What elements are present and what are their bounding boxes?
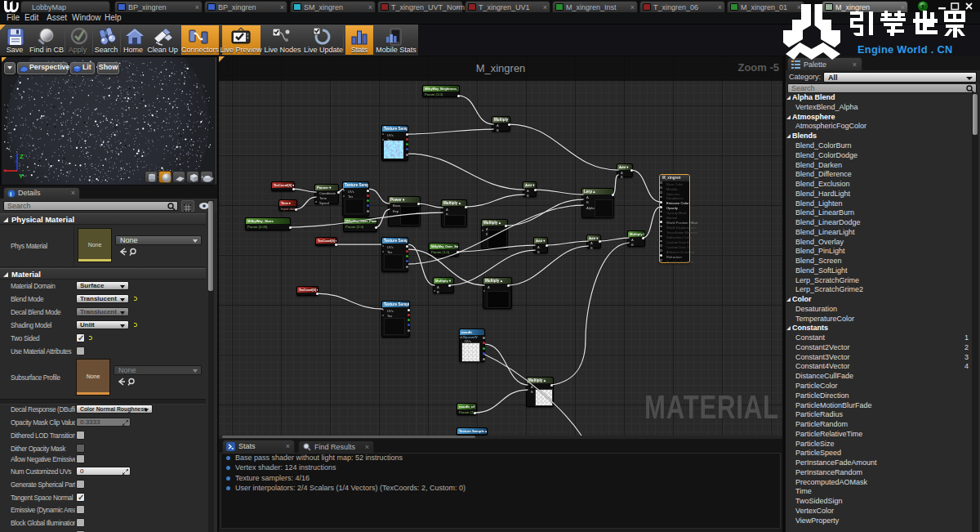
svg-text:Y: Y xyxy=(19,172,24,179)
svg-text:Z: Z xyxy=(20,153,24,160)
svg-text:i: i xyxy=(10,190,11,198)
svg-text:*: * xyxy=(3,168,7,176)
